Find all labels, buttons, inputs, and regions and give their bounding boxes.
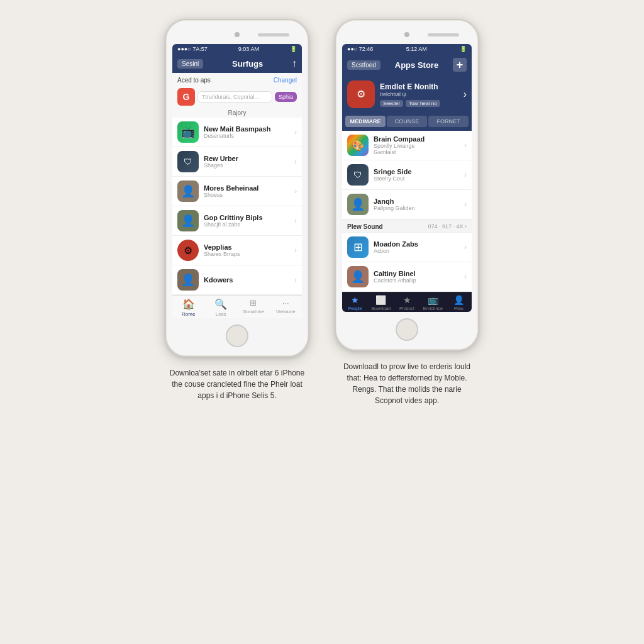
- section-label-sub[interactable]: 074 · 917 · 4X ›: [428, 223, 467, 230]
- store-list-item[interactable]: 🎨 Brain Compaad Sponlly Liwange Gamlalst…: [342, 131, 472, 160]
- tab-label-enrichnce: Enrichnce: [423, 306, 443, 311]
- list-item[interactable]: 👤 Kdowers ›: [172, 265, 302, 295]
- iphone2-top: [342, 29, 472, 40]
- tab-people[interactable]: ★ People: [342, 295, 368, 311]
- store-item-icon-2: 👤: [347, 194, 369, 215]
- speaker-grille-2: [428, 33, 459, 36]
- caption-1: Downloa'set sate in olrbelt etar 6 iPhon…: [168, 367, 306, 401]
- iphone1-bottom: [172, 325, 302, 347]
- section-chevron-1: ›: [464, 272, 467, 281]
- item-sub-2: Shoess: [204, 192, 289, 198]
- section-item-text-1: Caltiny Binel Caclsto's Athaliip: [374, 270, 459, 284]
- chevron-icon-0: ›: [294, 128, 297, 136]
- store-section-item[interactable]: 👤 Caltiny Binel Caclsto's Athaliip ›: [342, 262, 472, 292]
- status-center-1: 9:03 AM: [238, 46, 259, 52]
- status-bar-1: ●●●○ 7A:57 9:03 AM 🔋: [172, 44, 302, 54]
- item-icon-3: 👤: [177, 210, 199, 231]
- item-sub-1: Shages: [204, 162, 289, 169]
- section-chevron-0: ›: [464, 243, 467, 252]
- add-icon-2[interactable]: +: [453, 58, 467, 72]
- item-title-2: Mores Beheinaal: [204, 184, 289, 192]
- featured-sub: Itelchtial ψ: [380, 91, 458, 97]
- seg-counse[interactable]: COUNSE: [387, 116, 427, 127]
- rajory-label: Rajory: [172, 108, 302, 118]
- chevron-icon-1: ›: [294, 157, 297, 166]
- tab-search[interactable]: 🔍 Loss: [205, 298, 238, 317]
- iphone1-top: [172, 29, 302, 40]
- item-text-5: Kdowers: [204, 276, 289, 284]
- svg-text:⚙: ⚙: [357, 89, 365, 99]
- share-icon-1[interactable]: ↑: [292, 58, 297, 69]
- phones-container: ●●●○ 7A:57 9:03 AM 🔋 Sesinl Surfugs ↑ Ac…: [165, 19, 479, 406]
- tab-product[interactable]: ★ Product: [394, 295, 419, 311]
- home-button-1[interactable]: [226, 325, 248, 347]
- store-item-title-2: Janqh: [374, 197, 459, 205]
- home-button-2[interactable]: [396, 318, 418, 341]
- search-btn-1[interactable]: Sphia: [275, 92, 297, 102]
- store-item-symbol-2: 👤: [351, 197, 365, 211]
- seg-medimare[interactable]: MEDIMARE: [345, 116, 386, 127]
- tab-flow[interactable]: 👤 Flow: [446, 295, 472, 311]
- store-item-title-1: Sringe Side: [374, 168, 459, 175]
- store-list-item[interactable]: 🛡 Sringe Side Steelry·Cout ›: [342, 160, 472, 190]
- section-item-icon-1: 👤: [347, 266, 369, 287]
- iphone2-bottom: [342, 318, 472, 341]
- change-link-1[interactable]: Changel: [274, 77, 297, 84]
- nav-title-1: Surfugs: [232, 59, 263, 69]
- featured-section[interactable]: ⚙ Emdlet E Nonlth Itelchtial ψ Seecler T…: [342, 75, 472, 113]
- store-item-text-1: Sringe Side Steelry·Cout: [374, 168, 459, 182]
- featured-badge2: Toar heat no: [406, 100, 440, 107]
- item-icon-symbol-2: 👤: [181, 184, 195, 198]
- tab-label-flow: Flow: [454, 306, 464, 311]
- list-item[interactable]: 👤 Mores Beheinaal Shoess ›: [172, 177, 302, 206]
- tab-label-grid: Gonahine: [242, 309, 264, 314]
- iphone2: ●●○ 72:46 5:12 AM 🔋 Scstfoed Apps Store …: [335, 19, 479, 351]
- status-center-2: 5:12 AM: [406, 46, 427, 52]
- chevron-icon-3: ›: [294, 216, 297, 225]
- item-title-1: Rew Urber: [204, 155, 289, 162]
- list-item[interactable]: 👤 Gop Crittiny Bipls Shacjtl al zabs ›: [172, 206, 302, 236]
- tab-enrichnce[interactable]: 📺 Enrichnce: [420, 295, 446, 311]
- back-button-2[interactable]: Scstfoed: [347, 60, 380, 70]
- tab-download[interactable]: ⬜ Bownload: [368, 295, 394, 311]
- section-header-plew: Plew Sound 074 · 917 · 4X ›: [342, 219, 472, 233]
- list-item[interactable]: 📺 New Mait Basmpash Desenaturls ›: [172, 118, 302, 147]
- speaker-grille: [258, 33, 289, 36]
- caption-2: Downloadl to prow live to erderis lould …: [338, 361, 476, 406]
- store-chevron-0: ›: [464, 141, 467, 150]
- featured-text: Emdlet E Nonlth Itelchtial ψ Seecler Toa…: [380, 82, 458, 107]
- featured-title: Emdlet E Nonlth: [380, 82, 458, 91]
- enrichnce-icon: 📺: [428, 295, 438, 305]
- back-button-1[interactable]: Sesinl: [177, 59, 203, 69]
- item-sub-3: Shacjtl al zabs: [204, 221, 289, 228]
- flow-icon: 👤: [453, 295, 464, 305]
- status-bar-2: ●●○ 72:46 5:12 AM 🔋: [342, 44, 472, 54]
- chevron-icon-4: ›: [294, 246, 297, 255]
- featured-app-icon-svg: ⚙: [350, 83, 372, 106]
- list-item[interactable]: ⚙ Vepplias Shares Brraps ›: [172, 236, 302, 265]
- store-item-sub-1: Steelry·Cout: [374, 175, 459, 182]
- tab-grid[interactable]: ⊞ Gonahine: [237, 298, 270, 317]
- store-item-sub2-0: Gamlalst: [374, 149, 459, 155]
- section-item-symbol-1: 👤: [351, 270, 365, 284]
- store-list-item[interactable]: 👤 Janqh Pallping Galiden ›: [342, 190, 472, 219]
- search-input-1[interactable]: Ttru/idurais, Copnrial...: [197, 91, 272, 103]
- nav-bar-1: Sesinl Surfugs ↑: [172, 54, 302, 73]
- list-item[interactable]: 🛡 Rew Urber Shages ›: [172, 147, 302, 177]
- featured-badge: Seecler: [380, 100, 403, 107]
- store-item-sub-2: Pallping Galiden: [374, 205, 459, 211]
- store-item-text-0: Brain Compaad Sponlly Liwange Gamlalst: [374, 135, 459, 155]
- item-icon-4: ⚙: [177, 240, 199, 261]
- nav-title-2: Apps Store: [395, 60, 438, 70]
- seg-fornet[interactable]: FORNET: [428, 116, 469, 127]
- tab-more[interactable]: ··· Vieloune: [270, 298, 303, 317]
- status-left-1: ●●●○ 7A:57: [177, 46, 208, 52]
- tab-home[interactable]: 🏠 Rome: [172, 298, 205, 317]
- tab-label-download: Bownload: [371, 306, 391, 311]
- store-section-item[interactable]: ⊞ Moadon Zabs Action ›: [342, 233, 472, 262]
- tab-label-search: Loss: [216, 311, 226, 317]
- section-item-icon-0: ⊞: [347, 236, 369, 258]
- item-icon-1: 🛡: [177, 151, 199, 172]
- section-header-1: Aced to aps Changel: [172, 73, 302, 86]
- item-title-4: Vepplias: [204, 243, 289, 251]
